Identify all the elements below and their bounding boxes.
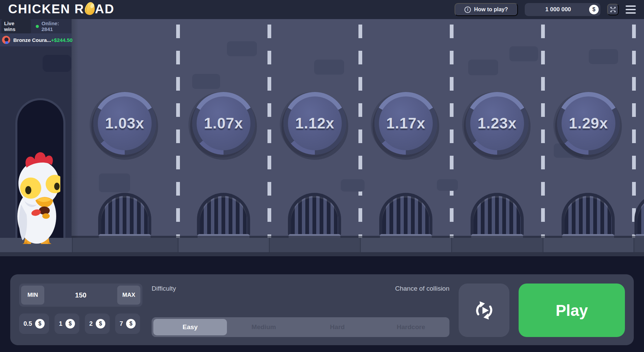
asphalt-patch [99,173,130,192]
chicken-road-app: CHICKEN R AD i How to play? [0,0,644,352]
online-dot-icon [36,25,39,28]
multiplier-value: 1.07x [204,115,243,132]
top-bar: CHICKEN R AD i How to play? [0,0,644,19]
logo-text-right: AD [95,2,114,16]
lane-divider [176,19,180,238]
difficulty-label: Difficulty [152,285,176,292]
multiplier-value: 1.03x [105,115,144,132]
game-area: 1.03x 1.07x 1.12x 1.17x 1.23x 1.29x [0,19,644,256]
info-icon: i [464,6,471,13]
app-logo: CHICKEN R AD [8,2,114,16]
sewer-grate [379,193,432,235]
asphalt-patch [192,74,220,89]
win-amount: +$244.50 [51,37,73,43]
golden-egg-icon [85,1,95,16]
bet-amount-value: 150 [75,291,86,299]
balance-value: 1 000 000 [545,6,571,13]
sewer-grate [197,193,250,235]
road-left-shade [72,19,78,238]
player-avatar [2,36,10,44]
tab-easy[interactable]: Easy [153,319,227,335]
quick-bet-1-button[interactable]: 1 $ [55,313,79,334]
lane-divider [541,19,545,238]
control-panel: MIN 150 MAX 0.5 $ 1 $ 2 $ 7 [10,274,634,345]
how-to-play-button[interactable]: i How to play? [455,3,518,16]
quick-bet-2-button[interactable]: 2 $ [85,313,110,334]
multiplier-value: 1.12x [295,115,334,132]
asphalt-patch [43,55,71,72]
live-win-item: Bronze Coura... +$244.50 [0,33,72,46]
dollar-coin-icon: $ [35,319,45,328]
fullscreen-expand-icon [610,6,616,13]
tab-hard[interactable]: Hard [301,319,374,335]
dollar-coin-icon: $ [126,319,136,328]
multiplier-spot-5: 1.23x [466,92,528,155]
multiplier-spot-6: 1.29x [557,92,620,155]
tab-hardcore[interactable]: Hardcore [374,319,448,335]
sidebar-header: Live wins Online: 2841 [0,20,72,33]
asphalt-patch [314,60,344,75]
how-to-play-label: How to play? [474,6,508,13]
quick-bet-7-button[interactable]: 7 $ [115,313,140,334]
quick-bet-buttons: 0.5 $ 1 $ 2 $ 7 $ [19,313,142,334]
asphalt-patch [437,179,458,191]
multiplier-spot-3: 1.12x [283,92,346,155]
lane-divider [358,19,362,238]
curb-strip [0,238,644,252]
difficulty-tabbar: Easy Medium Hard Hardcore [152,317,449,337]
logo-text-left: CHICKEN R [8,2,85,16]
asphalt-patch [227,41,257,56]
max-bet-button[interactable]: MAX [117,286,140,305]
lane-divider [450,19,454,238]
sewer-grate [471,193,524,235]
asphalt-patch [468,60,498,75]
multiplier-value: 1.29x [569,115,608,132]
sewer-grate-partial [634,193,644,235]
rotate-bet-button[interactable] [459,284,509,337]
play-button[interactable]: Play [519,284,625,337]
quick-bet-0.5-button[interactable]: 0.5 $ [19,313,49,334]
lane-divider [267,19,271,238]
balance-display: 1 000 000 $ [525,3,600,16]
multiplier-spot-4: 1.17x [374,92,437,155]
hamburger-menu-icon [626,5,636,7]
fullscreen-button[interactable] [607,4,619,15]
chance-of-collision-label: Chance of collision [395,285,449,292]
online-count: Online: 2841 [42,20,72,32]
curb-shadow-strip [0,252,644,256]
multiplier-value: 1.17x [386,115,425,132]
tab-medium[interactable]: Medium [227,319,301,335]
dollar-coin-icon: $ [65,319,75,328]
online-status: Online: 2841 [36,20,72,32]
dollar-coin-icon: $ [589,5,599,14]
multiplier-spot-1: 1.03x [93,92,156,155]
sewer-grate [98,193,151,235]
asphalt-patch [509,46,538,61]
asphalt-patch [341,179,365,192]
bet-controls: MIN 150 MAX 0.5 $ 1 $ 2 $ 7 [19,284,142,334]
menu-button[interactable] [626,5,636,14]
chicken-character [14,136,60,245]
rotate-play-icon [473,299,495,322]
asphalt-patch [589,49,618,64]
player-name: Bronze Coura... [13,37,51,43]
difficulty-section: Difficulty Chance of collision Easy Medi… [152,284,449,337]
road: 1.03x 1.07x 1.12x 1.17x 1.23x 1.29x [72,19,644,238]
multiplier-value: 1.23x [477,115,517,132]
multiplier-spot-2: 1.07x [192,92,255,155]
dollar-coin-icon: $ [96,319,105,328]
bet-amount-box: MIN 150 MAX [19,284,142,307]
sewer-grate [562,193,615,235]
live-wins-tab[interactable]: Live wins [1,18,31,35]
min-bet-button[interactable]: MIN [21,286,44,305]
top-bar-actions: i How to play? 1 000 000 $ [455,0,636,19]
sewer-grate [288,193,341,235]
